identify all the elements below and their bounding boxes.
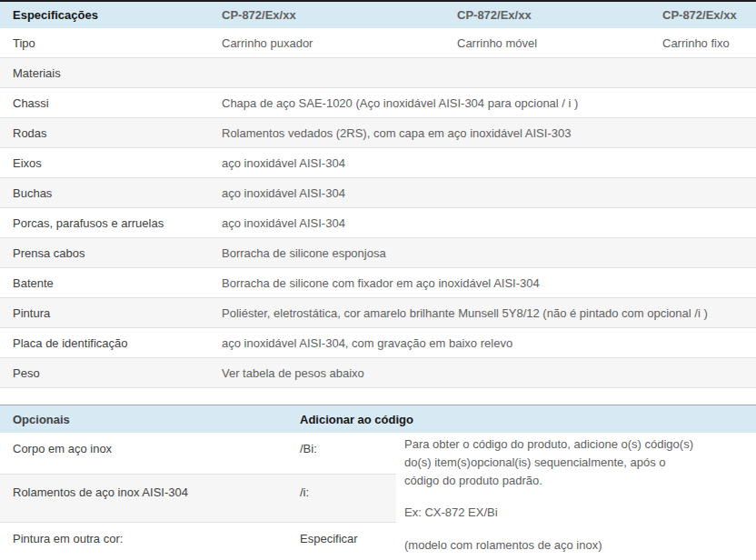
row-label: Peso <box>0 366 222 380</box>
row-label: Batente <box>0 276 222 290</box>
table-row-chassi: Chassi Chapa de aço SAE-1020 (Aço inoxid… <box>0 88 756 118</box>
options-table: Opcionais Adicionar ao código Corpo em a… <box>0 405 756 560</box>
row-label: Chassi <box>0 96 222 110</box>
option-row-rolamentos-inox: Rolamentos de aço inox AISI-304 /i: <box>0 475 396 523</box>
row-label: Materiais <box>0 66 222 80</box>
row-label: Buchas <box>0 186 222 200</box>
note-line-2: do(s) item(s)opcional(is) sequencialment… <box>404 454 756 472</box>
options-body: Corpo em aço inox /Bi: Rolamentos de aço… <box>0 433 756 560</box>
table-row-batente: Batente Borracha de silicone com fixador… <box>0 268 756 298</box>
row-label: Prensa cabos <box>0 246 222 260</box>
spec-header-model-2: CP-872/Ex/xx <box>457 8 662 22</box>
note-example-code: Ex: CX-872 EX/Bi <box>404 504 756 522</box>
note-line-1: Para obter o código do produto, adicione… <box>404 435 756 454</box>
row-label: Eixos <box>0 156 222 170</box>
row-value: Borracha de silicone esponjosa <box>222 246 756 260</box>
row-value: Rolamentos vedados (2RS), com capa em aç… <box>222 126 756 140</box>
spec-header-model-1: CP-872/Ex/xx <box>222 8 457 22</box>
row-value-2: Carrinho móvel <box>457 36 662 50</box>
options-header-adicionar-codigo: Adicionar ao código <box>300 413 756 426</box>
option-row-pintura-outra-cor: Pintura em outra cor: Especificar <box>0 523 396 560</box>
table-row-porcas: Porcas, parafusos e arruelas aço inoxidá… <box>0 208 756 238</box>
spec-header-model-3: CP-872/Ex/xx <box>662 8 756 22</box>
option-code: Especificar <box>300 532 358 545</box>
options-header-opcionais: Opcionais <box>0 413 300 426</box>
row-value: aço inoxidável AISI-304 <box>222 216 756 230</box>
specifications-table: Especificações CP-872/Ex/xx CP-872/Ex/xx… <box>0 0 756 388</box>
table-row-peso: Peso Ver tabela de pesos abaixo <box>0 358 756 388</box>
option-code: /i: <box>300 485 309 499</box>
option-label: Corpo em aço inox <box>0 442 300 455</box>
table-row-buchas: Buchas aço inoxidável AISI-304 <box>0 178 756 208</box>
row-value-3: Carrinho fixo <box>662 36 756 50</box>
row-value: Borracha de silicone com fixador em aço … <box>222 276 756 290</box>
row-value-1: Carrinho puxador <box>222 36 457 50</box>
spec-page: Especificações CP-872/Ex/xx CP-872/Ex/xx… <box>0 0 756 560</box>
row-value: Ver tabela de pesos abaixo <box>222 366 756 380</box>
table-row-placa-identificacao: Placa de identificação aço inoxidável AI… <box>0 328 756 358</box>
table-gap <box>0 388 756 405</box>
row-value: aço inoxidável AISI-304 <box>222 156 756 170</box>
table-row-prensa-cabos: Prensa cabos Borracha de silicone esponj… <box>0 238 756 268</box>
row-label: Tipo <box>0 36 222 50</box>
option-code: /Bi: <box>300 442 317 455</box>
options-note: Para obter o código do produto, adicione… <box>396 433 756 560</box>
row-label: Pintura <box>0 306 222 320</box>
row-value: aço inoxidável AISI-304, com gravação em… <box>222 336 756 350</box>
table-row-rodas: Rodas Rolamentos vedados (2RS), com capa… <box>0 118 756 148</box>
options-header-row: Opcionais Adicionar ao código <box>0 405 756 433</box>
table-row-tipo: Tipo Carrinho puxador Carrinho móvel Car… <box>0 28 756 58</box>
row-value: Poliéster, eletrostática, cor amarelo br… <box>222 306 756 320</box>
table-row-materiais: Materiais <box>0 58 756 88</box>
row-label: Placa de identificação <box>0 336 222 350</box>
note-model-description: (modelo com rolamentos de aço inox) <box>404 536 756 555</box>
note-line-3: código do produto padrão. <box>404 472 756 490</box>
specifications-header-row: Especificações CP-872/Ex/xx CP-872/Ex/xx… <box>0 2 756 28</box>
spec-header-especificacoes: Especificações <box>0 8 222 22</box>
table-row-eixos: Eixos aço inoxidável AISI-304 <box>0 148 756 178</box>
row-value: aço inoxidável AISI-304 <box>222 186 756 200</box>
row-label: Porcas, parafusos e arruelas <box>0 216 222 230</box>
table-row-pintura: Pintura Poliéster, eletrostática, cor am… <box>0 298 756 328</box>
row-value: Chapa de aço SAE-1020 (Aço inoxidável AI… <box>222 96 756 110</box>
options-rows: Corpo em aço inox /Bi: Rolamentos de aço… <box>0 433 396 560</box>
option-row-corpo-inox: Corpo em aço inox /Bi: <box>0 433 396 475</box>
option-label: Rolamentos de aço inox AISI-304 <box>0 485 300 499</box>
row-label: Rodas <box>0 126 222 140</box>
option-label: Pintura em outra cor: <box>0 532 300 545</box>
